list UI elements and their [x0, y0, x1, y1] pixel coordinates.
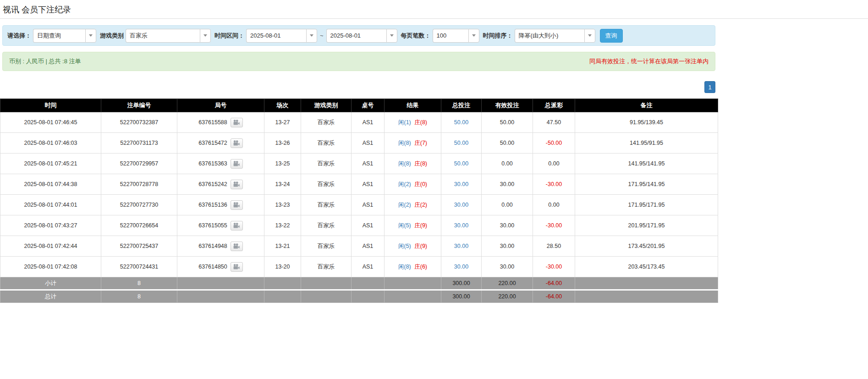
banker-result: 庄(9)	[414, 243, 427, 249]
cell-table: AS1	[352, 133, 385, 154]
col-header-payout: 总派彩	[533, 99, 575, 112]
page-header: 视讯 会员下注纪录	[0, 0, 868, 19]
cell-total-bet: 30.00	[441, 257, 482, 277]
video-replay-button[interactable]	[231, 262, 243, 272]
total-bet-link[interactable]: 50.00	[454, 140, 468, 146]
cell-result: 闲(8) 庄(7)	[385, 133, 441, 154]
page-1-button[interactable]: 1	[704, 81, 715, 93]
video-replay-button[interactable]	[231, 200, 243, 210]
cell-session: 13-20	[264, 257, 301, 277]
cell-time: 2025-08-01 07:45:21	[0, 154, 101, 174]
banker-result: 庄(8)	[414, 160, 427, 167]
date-from-input[interactable]	[246, 29, 306, 43]
cell-game: 百家乐	[301, 154, 352, 174]
query-type-dropdown-button[interactable]	[85, 29, 96, 43]
subtotal-valid-bet: 220.00	[482, 277, 533, 290]
col-header-bet-id: 注单编号	[101, 99, 177, 112]
cell-table: AS1	[352, 236, 385, 257]
video-replay-button[interactable]	[231, 159, 243, 169]
video-replay-button[interactable]	[231, 221, 243, 231]
cell-result: 闲(1) 庄(8)	[385, 112, 441, 133]
query-type-input[interactable]	[33, 29, 85, 43]
video-replay-button[interactable]	[231, 242, 243, 251]
cell-time: 2025-08-01 07:42:08	[0, 257, 101, 277]
cell-session: 13-21	[264, 236, 301, 257]
cell-payout: -50.00	[533, 133, 575, 154]
video-replay-button[interactable]	[231, 180, 243, 189]
chevron-down-icon	[89, 34, 93, 37]
col-header-round: 局号	[177, 99, 264, 112]
round-number: 637615363	[198, 160, 227, 166]
total-bet-link[interactable]: 30.00	[454, 181, 468, 187]
cell-table: AS1	[352, 215, 385, 236]
cell-game: 百家乐	[301, 112, 352, 133]
cell-result: 闲(8) 庄(6)	[385, 257, 441, 277]
table-row: 2025-08-01 07:45:21 522700729957 6376153…	[0, 154, 718, 174]
table-row: 2025-08-01 07:43:27 522700726654 6376150…	[0, 215, 718, 236]
date-from-dropdown-button[interactable]	[306, 29, 317, 43]
time-sort-label: 时间排序：	[483, 32, 513, 40]
total-bet-link[interactable]: 30.00	[454, 202, 468, 208]
col-header-game: 游戏类别	[301, 99, 352, 112]
cell-table: AS1	[352, 174, 385, 195]
round-number: 637615055	[198, 222, 227, 228]
cell-time: 2025-08-01 07:43:27	[0, 215, 101, 236]
round-number: 637614850	[198, 263, 227, 269]
cell-total-bet: 50.00	[441, 112, 482, 133]
total-bet-link[interactable]: 30.00	[454, 222, 468, 229]
page-size-select	[433, 29, 479, 43]
game-category-dropdown-button[interactable]	[200, 29, 211, 43]
cell-game: 百家乐	[301, 195, 352, 215]
total-payout: -64.00	[533, 290, 575, 303]
cell-table: AS1	[352, 257, 385, 277]
chevron-down-icon	[472, 34, 476, 37]
total-bet-link[interactable]: 50.00	[454, 160, 468, 167]
col-header-time: 时间	[0, 99, 101, 112]
cell-bet-id: 522700727730	[101, 195, 177, 215]
cell-note: 201.95/171.95	[575, 215, 718, 236]
video-camera-icon	[233, 243, 240, 249]
video-replay-button[interactable]	[231, 138, 243, 148]
player-result: 闲(5)	[398, 243, 411, 249]
player-result: 闲(5)	[398, 222, 411, 229]
time-sort-dropdown-button[interactable]	[584, 29, 595, 43]
total-bet-link[interactable]: 50.00	[454, 119, 468, 126]
cell-valid-bet: 50.00	[482, 112, 533, 133]
query-type-select	[33, 29, 96, 43]
time-sort-input[interactable]	[515, 29, 584, 43]
cell-result: 闲(2) 庄(2)	[385, 195, 441, 215]
search-button[interactable]: 查询	[600, 29, 623, 43]
page-size-input[interactable]	[433, 29, 468, 43]
page-size-dropdown-button[interactable]	[468, 29, 479, 43]
betting-records-table: 时间 注单编号 局号 场次 游戏类别 桌号 结果 总投注 有效投注 总派彩 备注…	[0, 99, 718, 303]
cell-payout: 28.50	[533, 236, 575, 257]
total-count: 8	[101, 290, 177, 303]
game-category-select	[126, 29, 211, 43]
total-bet-link[interactable]: 30.00	[454, 243, 468, 249]
cell-payout: -30.00	[533, 174, 575, 195]
cell-time: 2025-08-01 07:44:38	[0, 174, 101, 195]
page-title: 视讯 会员下注纪录	[3, 4, 864, 15]
date-to-input[interactable]	[326, 29, 386, 43]
table-row: 2025-08-01 07:46:03 522700731173 6376154…	[0, 133, 718, 154]
cell-result: 闲(5) 庄(9)	[385, 236, 441, 257]
time-range-label: 时间区间：	[214, 32, 244, 40]
col-header-result: 结果	[385, 99, 441, 112]
cell-valid-bet: 30.00	[482, 257, 533, 277]
cell-total-bet: 30.00	[441, 174, 482, 195]
chevron-down-icon	[310, 34, 313, 37]
cell-result: 闲(2) 庄(0)	[385, 174, 441, 195]
video-replay-button[interactable]	[231, 118, 243, 127]
cell-time: 2025-08-01 07:44:01	[0, 195, 101, 215]
cell-payout: -30.00	[533, 257, 575, 277]
pagination-top: 1	[0, 81, 715, 93]
player-result: 闲(8)	[398, 160, 411, 167]
video-camera-icon	[233, 223, 240, 228]
cell-game: 百家乐	[301, 215, 352, 236]
video-camera-icon	[233, 140, 240, 146]
cell-round: 637615055	[177, 215, 264, 236]
date-to-dropdown-button[interactable]	[386, 29, 397, 43]
subtotal-payout: -64.00	[533, 277, 575, 290]
total-bet-link[interactable]: 30.00	[454, 264, 468, 270]
game-category-input[interactable]	[126, 29, 200, 43]
